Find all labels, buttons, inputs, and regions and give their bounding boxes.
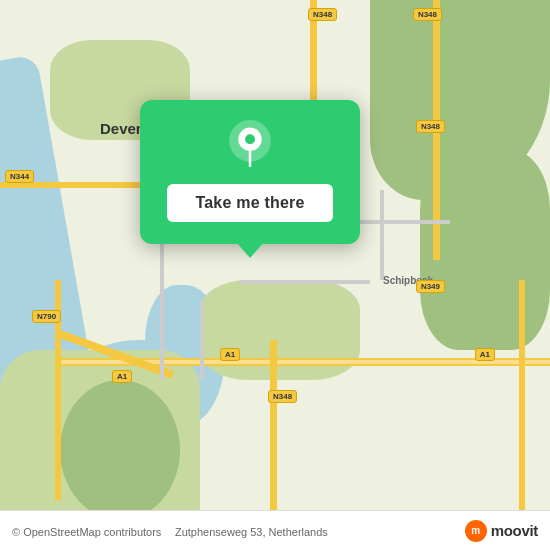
bottom-bar: © OpenStreetMap contributors Zutphensewe… (0, 510, 550, 550)
location-pin-icon (225, 120, 275, 170)
moovit-logo: m moovit (465, 520, 538, 542)
attribution-address: © OpenStreetMap contributors Zutphensewe… (12, 522, 328, 540)
address-text: Zutphenseweg 53, Netherlands (166, 526, 328, 538)
local-road-2 (240, 280, 370, 284)
shield-n348-south: N348 (268, 390, 297, 403)
shield-n344-1: N344 (5, 170, 34, 183)
local-road-3 (200, 300, 204, 380)
osm-attribution: © OpenStreetMap contributors (12, 526, 161, 538)
take-me-there-button[interactable]: Take me there (167, 184, 332, 222)
shield-n348-mid-right: N348 (416, 120, 445, 133)
moovit-circle-icon: m (465, 520, 487, 542)
shield-a1-center: A1 (220, 348, 240, 361)
local-road-5 (380, 190, 384, 280)
popup-card: Take me there (140, 100, 360, 244)
map-container: Deventer N348 N348 N348 N348 N344 N344 N… (0, 0, 550, 550)
shield-n348-top-right: N348 (413, 8, 442, 21)
shield-a1-right: A1 (475, 348, 495, 361)
moovit-text: moovit (491, 522, 538, 539)
shield-n349: N349 (416, 280, 445, 293)
shield-n348-left: N348 (308, 8, 337, 21)
svg-point-2 (245, 134, 255, 144)
forest-southwest (60, 380, 180, 520)
shield-a1-sw: A1 (112, 370, 132, 383)
shield-n790: N790 (32, 310, 61, 323)
